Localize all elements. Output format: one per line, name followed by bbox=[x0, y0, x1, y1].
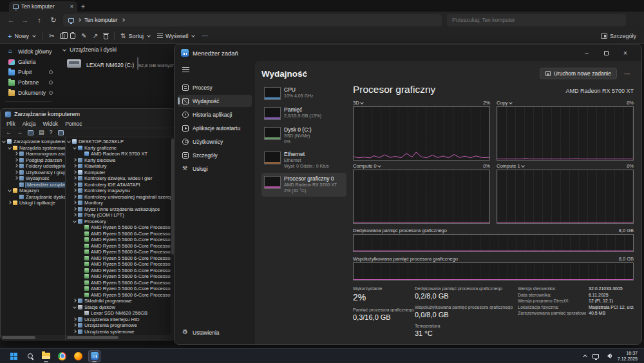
breadcrumb-chevron-icon[interactable] bbox=[121, 18, 125, 22]
breadcrumb-chevron-icon[interactable] bbox=[77, 18, 81, 22]
engine-label[interactable]: Compute 0 bbox=[353, 163, 377, 169]
tree-row[interactable]: Porty (COM i LPT) bbox=[66, 212, 175, 219]
expand-chevron-icon[interactable] bbox=[73, 201, 77, 205]
address-bar[interactable]: Ten komputer bbox=[63, 14, 442, 26]
toolbar-window-icon[interactable] bbox=[28, 130, 33, 135]
toolbar-monitor-icon[interactable] bbox=[58, 130, 64, 135]
performance-list-item[interactable]: Pamięć 2,0/15,9 GB (13%) bbox=[261, 104, 346, 123]
view-button[interactable]: Wyświetl bbox=[157, 33, 196, 39]
expand-chevron-icon[interactable] bbox=[8, 201, 12, 205]
back-icon[interactable]: ← bbox=[6, 16, 15, 24]
tree-row[interactable]: Komputer bbox=[66, 170, 175, 176]
expand-chevron-icon[interactable] bbox=[73, 170, 77, 175]
expand-chevron-icon[interactable] bbox=[73, 176, 77, 181]
chevron-down-icon[interactable] bbox=[360, 101, 364, 104]
new-tab-button[interactable]: + bbox=[77, 1, 89, 12]
run-new-task-button[interactable]: Uruchom nowe zadanie bbox=[540, 68, 617, 79]
tree-row[interactable]: Lexar SSD NM620 256GB bbox=[66, 310, 175, 317]
tree-row[interactable]: AMD Ryzen 5 5600 6-Core Processor bbox=[66, 255, 175, 262]
chevron-down-icon[interactable] bbox=[509, 101, 513, 104]
menu-item[interactable]: Plik bbox=[6, 121, 15, 127]
copy-icon[interactable] bbox=[60, 34, 64, 39]
sidebar-item[interactable]: Dokumenty bbox=[0, 88, 57, 98]
toolbar-forward-icon[interactable]: → bbox=[17, 130, 23, 135]
tree-row[interactable]: Wydajność bbox=[1, 175, 65, 182]
tm-nav-item[interactable]: Użytkownicy bbox=[178, 135, 252, 148]
tree-row[interactable]: Narzędzia systemowe bbox=[1, 145, 65, 152]
tree-row[interactable]: Kontrolery uniwersalnej magistrali szere… bbox=[66, 194, 175, 201]
performance-list-item[interactable]: CPU 10% 4,05 GHz bbox=[261, 84, 346, 103]
cut-icon[interactable]: ✂ bbox=[49, 32, 54, 39]
maximize-button[interactable] bbox=[596, 46, 616, 60]
minimize-button[interactable]: – bbox=[577, 46, 596, 60]
menu-item[interactable]: Akcja bbox=[23, 121, 36, 127]
tree-row[interactable]: Zarządzanie komputerem (loka bbox=[1, 139, 65, 145]
tree-row[interactable]: Urządzenia programowe bbox=[66, 322, 175, 329]
tree-row[interactable]: Podgląd zdarzeń bbox=[1, 157, 65, 164]
engine-label[interactable]: Compute 1 bbox=[497, 163, 520, 169]
tree-row[interactable]: Karty sieciowe bbox=[66, 157, 175, 164]
tree-row[interactable]: Magazyn bbox=[1, 188, 65, 194]
tree-row[interactable]: AMD Ryzen 5 5600 6-Core Processor bbox=[66, 273, 175, 280]
tree-row[interactable]: AMD Ryzen 5 5600 6-Core Processor bbox=[66, 292, 175, 299]
expand-chevron-icon[interactable] bbox=[8, 188, 12, 193]
tree-row[interactable]: Stacje dysków bbox=[66, 304, 175, 311]
expand-chevron-icon[interactable] bbox=[14, 158, 19, 162]
nav-menu-button[interactable] bbox=[175, 63, 255, 77]
expand-chevron-icon[interactable] bbox=[14, 176, 19, 181]
expand-chevron-icon[interactable] bbox=[79, 262, 84, 266]
up-icon[interactable]: ↑ bbox=[35, 16, 44, 24]
expand-chevron-icon[interactable] bbox=[73, 219, 77, 224]
hidden-icons-chevron-icon[interactable] bbox=[583, 355, 587, 359]
expand-chevron-icon[interactable] bbox=[73, 188, 77, 193]
expand-chevron-icon[interactable] bbox=[2, 139, 6, 144]
more-options-icon[interactable]: ⋯ bbox=[202, 32, 208, 39]
tree-row[interactable]: Usługi i aplikacje bbox=[1, 200, 65, 206]
tree-row[interactable]: Harmonogram zadań bbox=[1, 151, 65, 157]
expand-chevron-icon[interactable] bbox=[73, 164, 77, 168]
share-icon[interactable]: ↗ bbox=[93, 32, 98, 39]
tree-row[interactable]: Kontrolery magazynu bbox=[66, 188, 175, 194]
tree-row[interactable]: Klawiatury bbox=[66, 163, 175, 170]
tree-row[interactable]: DESKTOP-562SKLP bbox=[66, 139, 175, 145]
tree-row[interactable]: AMD Ryzen 5 5600 6-Core Processor bbox=[66, 249, 175, 255]
engine-label[interactable]: 3D bbox=[353, 100, 359, 106]
tree-row[interactable]: AMD Ryzen 5 5600 6-Core Processor bbox=[66, 224, 175, 231]
expand-chevron-icon[interactable] bbox=[79, 250, 84, 254]
sidebar-item[interactable]: Widok główny bbox=[0, 46, 57, 57]
sidebar-item[interactable]: Pobrane bbox=[0, 77, 57, 88]
tree-row[interactable]: Menedżer urządzeń bbox=[1, 182, 65, 188]
sort-button[interactable]: ⇅ Sortuj bbox=[120, 32, 151, 39]
expand-chevron-icon[interactable] bbox=[73, 182, 77, 187]
search-box[interactable] bbox=[447, 14, 626, 26]
expand-chevron-icon[interactable] bbox=[73, 207, 77, 211]
tree-row[interactable]: AMD Ryzen 5 5600 6-Core Processor bbox=[66, 237, 175, 243]
expand-chevron-icon[interactable] bbox=[14, 182, 19, 187]
performance-list-item[interactable]: Dysk 0 (C:) SSD (NVMe) 0% bbox=[261, 124, 346, 147]
explorer-tab[interactable]: Ten komputer × bbox=[9, 1, 77, 12]
toolbar-back-icon[interactable]: ← bbox=[6, 130, 12, 135]
tree-row[interactable]: Kontrolery IDE ATA/ATAPI bbox=[66, 182, 175, 188]
close-button[interactable]: × bbox=[616, 46, 635, 60]
expand-chevron-icon[interactable] bbox=[67, 139, 71, 144]
network-tray-icon[interactable] bbox=[592, 354, 599, 358]
sidebar-item[interactable]: Galeria bbox=[0, 57, 57, 67]
tm-nav-item[interactable]: Historia aplikacji bbox=[178, 108, 252, 121]
tab-close-icon[interactable]: × bbox=[70, 3, 73, 10]
tree-row[interactable]: AMD Radeon RX 5700 XT bbox=[66, 151, 175, 157]
taskbar-app-button[interactable] bbox=[8, 350, 20, 362]
expand-chevron-icon[interactable] bbox=[79, 311, 84, 315]
expand-chevron-icon[interactable] bbox=[79, 268, 84, 273]
toolbar-doc-icon[interactable]: ▤ bbox=[39, 130, 44, 135]
menu-item[interactable]: Pomoc bbox=[65, 121, 82, 127]
taskbar-app-button[interactable] bbox=[56, 350, 68, 362]
tree-row[interactable]: AMD Ryzen 5 5600 6-Core Processor bbox=[66, 268, 175, 274]
tm-nav-item-settings[interactable]: Ustawienia bbox=[178, 326, 252, 338]
expand-chevron-icon[interactable] bbox=[79, 225, 84, 230]
tm-title-bar[interactable]: Menedżer zadań – × bbox=[175, 44, 641, 61]
taskbar-app-button[interactable] bbox=[40, 350, 52, 362]
chevron-down-icon[interactable] bbox=[521, 164, 525, 168]
clock[interactable]: 16:37 7.12.2025 bbox=[618, 350, 638, 362]
tm-nav-item[interactable]: Aplikacje autostartu bbox=[178, 122, 252, 134]
refresh-icon[interactable]: ↻ bbox=[49, 16, 58, 25]
